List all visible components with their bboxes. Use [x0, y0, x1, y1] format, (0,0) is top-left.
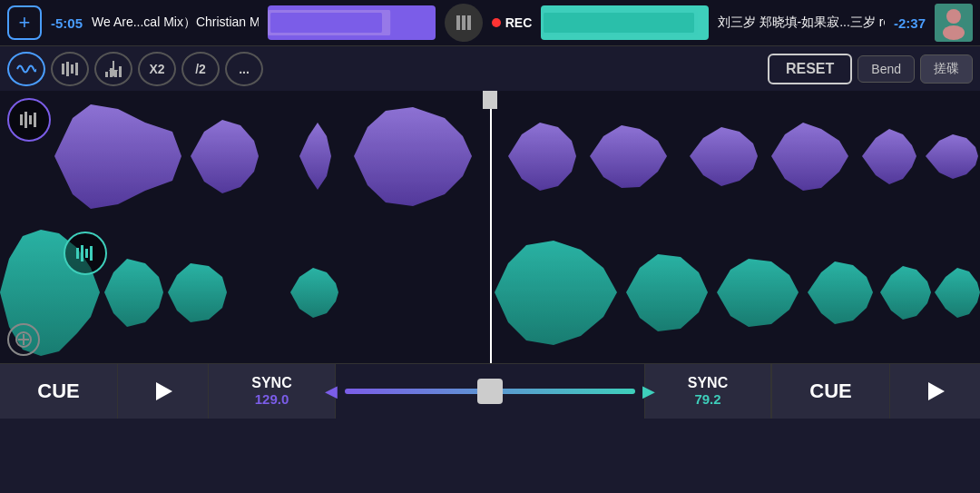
svg-marker-35 [626, 254, 708, 331]
svg-marker-22 [299, 123, 331, 190]
left-cue-label: CUE [37, 380, 79, 403]
crossfader-thumb[interactable] [477, 379, 503, 404]
svg-rect-17 [110, 68, 113, 77]
left-sync-label: SYNC [251, 375, 291, 391]
svg-rect-50 [90, 246, 93, 261]
svg-rect-49 [85, 249, 88, 258]
right-cue-label: CUE [809, 380, 851, 403]
svg-rect-3 [462, 15, 466, 30]
svg-marker-28 [862, 129, 916, 184]
add-track-button[interactable]: + [7, 5, 42, 40]
svg-marker-38 [880, 266, 931, 320]
waveform-area [0, 91, 980, 363]
rec-label: REC [505, 15, 533, 30]
svg-marker-34 [495, 241, 617, 345]
reset-label: RESET [786, 61, 834, 76]
scratch-button[interactable]: 搓碟 [920, 54, 973, 84]
playhead-marker [483, 91, 497, 109]
left-cue-button[interactable]: CUE [0, 364, 118, 419]
svg-rect-42 [29, 115, 32, 124]
more-button[interactable]: ... [225, 52, 263, 86]
svg-marker-52 [928, 382, 945, 400]
waveform-mini-left [268, 5, 435, 40]
left-deck-controls [7, 98, 51, 142]
svg-rect-16 [105, 72, 108, 77]
beat-grid-button[interactable] [51, 52, 89, 86]
top-bar: + -5:05 We Are...cal Mix）Christian March… [0, 0, 980, 45]
svg-rect-1 [270, 13, 382, 33]
crossfader-bar: CUE SYNC 129.0 ◀ ▶ SYNC 79.2 CUE [0, 363, 980, 418]
svg-marker-37 [808, 261, 873, 324]
svg-marker-33 [290, 268, 338, 318]
svg-marker-32 [168, 263, 227, 322]
svg-rect-48 [81, 245, 83, 261]
add-icon: + [19, 11, 31, 35]
x2-label: X2 [149, 62, 164, 76]
needle-drop-button[interactable] [94, 52, 132, 86]
svg-rect-40 [20, 114, 23, 125]
right-waveform-button[interactable] [64, 232, 107, 275]
track-title-right: 刘三岁 郑晓填-如果寂...三岁 remix） [718, 15, 885, 31]
svg-marker-23 [354, 107, 472, 206]
track-title-left: We Are...cal Mix）Christian Marchi [92, 15, 259, 31]
svg-marker-24 [508, 123, 576, 191]
x2-button[interactable]: X2 [138, 52, 176, 86]
svg-marker-29 [926, 134, 978, 179]
svg-rect-12 [71, 64, 74, 74]
div2-label: /2 [195, 62, 206, 76]
right-bpm: 79.2 [694, 391, 720, 407]
svg-rect-18 [114, 70, 117, 77]
svg-marker-27 [771, 123, 848, 191]
dots-label: ... [239, 62, 250, 76]
svg-marker-51 [156, 382, 172, 400]
wave-view-button[interactable] [7, 52, 45, 86]
svg-rect-10 [62, 64, 64, 74]
waveform-mini-right [541, 5, 708, 40]
svg-rect-11 [66, 62, 69, 76]
left-play-button[interactable] [118, 364, 209, 419]
svg-rect-6 [544, 13, 694, 33]
svg-point-9 [943, 25, 965, 40]
svg-marker-36 [717, 259, 799, 327]
crossfader-track[interactable] [345, 389, 635, 394]
crossfader-container[interactable]: ◀ ▶ [336, 364, 644, 419]
right-sync-label: SYNC [688, 375, 728, 391]
right-sync-button[interactable]: SYNC 79.2 [644, 364, 771, 419]
crossfader-arrow-right: ▶ [642, 381, 655, 401]
scratch-label: 搓碟 [934, 61, 959, 75]
svg-marker-26 [690, 127, 758, 186]
svg-marker-20 [54, 104, 181, 209]
playhead-line [490, 91, 492, 363]
left-sync-button[interactable]: SYNC 129.0 [209, 364, 336, 419]
reset-button[interactable]: RESET [768, 54, 852, 84]
controls-bar: X2 /2 ... RESET Bend 搓碟 [0, 45, 980, 91]
left-waveform-button[interactable] [7, 98, 51, 142]
center-play-button[interactable] [445, 4, 483, 42]
crossfader-arrow-left: ◀ [325, 381, 338, 401]
svg-rect-4 [467, 15, 471, 30]
right-cue-button[interactable]: CUE [771, 364, 889, 419]
svg-rect-19 [119, 66, 122, 77]
bend-label: Bend [871, 62, 901, 76]
svg-marker-21 [191, 120, 259, 193]
svg-rect-41 [24, 112, 27, 128]
svg-rect-13 [75, 63, 78, 75]
avatar [935, 4, 973, 42]
rec-dot [492, 18, 501, 27]
div2-button[interactable]: /2 [181, 52, 220, 86]
track-time-left: -5:05 [51, 15, 83, 31]
svg-marker-31 [104, 259, 163, 327]
svg-marker-39 [935, 268, 980, 318]
svg-rect-47 [76, 248, 79, 259]
track-time-right: -2:37 [894, 15, 926, 31]
bend-button[interactable]: Bend [858, 55, 915, 83]
svg-point-8 [946, 9, 961, 24]
eq-button[interactable] [7, 323, 45, 356]
right-play-button[interactable] [889, 364, 980, 419]
svg-rect-2 [456, 15, 460, 30]
svg-marker-25 [590, 125, 667, 188]
rec-button[interactable]: REC [492, 15, 533, 30]
svg-rect-43 [34, 113, 36, 127]
left-bpm: 129.0 [255, 391, 289, 407]
